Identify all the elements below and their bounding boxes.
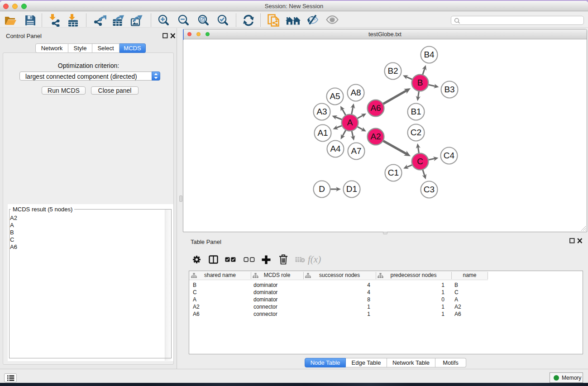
svg-text:A2: A2 <box>370 132 381 141</box>
svg-text:A3: A3 <box>316 107 327 116</box>
svg-text:D: D <box>319 184 325 194</box>
svg-text:B3: B3 <box>444 85 454 94</box>
svg-text:A8: A8 <box>350 88 361 97</box>
svg-text:C: C <box>417 157 423 166</box>
svg-text:B4: B4 <box>424 50 435 59</box>
svg-text:B: B <box>417 78 423 87</box>
svg-text:C2: C2 <box>411 128 421 137</box>
svg-text:C3: C3 <box>424 185 435 194</box>
svg-text:B1: B1 <box>411 107 421 116</box>
svg-text:B2: B2 <box>387 66 398 76</box>
svg-text:D1: D1 <box>346 184 357 194</box>
svg-text:A7: A7 <box>351 146 361 156</box>
svg-text:A1: A1 <box>317 128 328 138</box>
svg-text:C4: C4 <box>444 151 455 160</box>
svg-text:A4: A4 <box>330 144 341 153</box>
svg-text:A5: A5 <box>330 91 340 101</box>
svg-text:A6: A6 <box>370 103 381 113</box>
svg-text:A: A <box>347 118 353 127</box>
svg-text:C1: C1 <box>388 168 399 177</box>
